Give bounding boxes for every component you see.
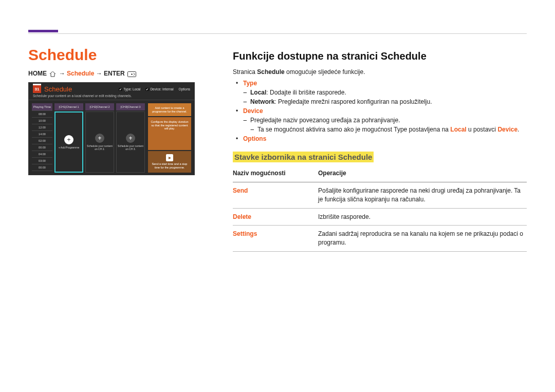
bc-arrow: → (96, 70, 104, 77)
schedule-screenshot: 31 Schedule Type: Local Device: Internal… (28, 82, 195, 175)
item-type-local: Local: Dodajte ili brišite rasporede. (236, 89, 527, 96)
mock-title: Schedule (44, 85, 72, 93)
item-device-note: Ta se mogućnost aktivira samo ako je mog… (236, 126, 527, 133)
table-row: Send Pošaljite konfigurirane rasporede n… (233, 182, 527, 209)
mock-time: 00:00 (32, 164, 52, 171)
page: Schedule HOME → Schedule → ENTER 31 Sche… (28, 46, 527, 252)
left-column: Schedule HOME → Schedule → ENTER 31 Sche… (28, 46, 218, 252)
add-icon: + (64, 135, 73, 144)
table-row: Settings Zadani sadržaj reproducira se n… (233, 226, 527, 252)
mock-ch3-head: [CH3]Channel 3 (116, 103, 145, 110)
mock-ch1-head: [CH1]Channel 1 (54, 103, 83, 110)
mock-ch1-txt: + Add Programme (59, 146, 79, 150)
mock-type: Type: Local (119, 87, 140, 91)
enter-icon (127, 71, 136, 77)
mock-side2: Configure the display duration so that t… (148, 117, 191, 150)
calendar-icon: 31 (33, 85, 41, 93)
svg-point-1 (131, 73, 133, 75)
mock-ch2-txt: Schedule your content on CH 2. (87, 145, 113, 151)
add-icon: + (95, 134, 104, 143)
mock-time: 04:00 (32, 151, 52, 158)
table-row: Delete Izbrišite rasporede. (233, 208, 527, 226)
mock-options: Options (179, 87, 190, 91)
bc-home: HOME (28, 70, 47, 77)
mock-side3-text: Send a start time and a stop time for th… (150, 162, 189, 169)
mock-ch2-head: [CH2]Channel 2 (85, 103, 114, 110)
row-delete-name: Delete (233, 208, 318, 226)
main-heading: Funkcije dostupne na stranici Schedule (233, 50, 527, 62)
header-rule (28, 33, 527, 34)
mock-time: 02:00 (32, 138, 52, 144)
home-icon (49, 71, 56, 77)
mock-ch3-txt: Schedule your content on CH 3. (118, 145, 143, 151)
feature-list: Type Local: Dodajte ili brišite raspored… (236, 80, 527, 142)
mock-time: 08:00 (32, 111, 52, 118)
item-type-network: Network: Pregledajte mrežni raspored kon… (236, 98, 527, 105)
row-settings-desc: Zadani sadržaj reproducira se na kanalu … (318, 226, 527, 252)
mock-time: 03:00 (32, 158, 52, 164)
th-name: Naziv mogućnosti (233, 164, 318, 182)
mock-times-head: Playing Time (32, 103, 52, 111)
item-options: Options (236, 135, 527, 142)
item-device: Device (236, 107, 527, 115)
page-title: Schedule (28, 46, 218, 64)
th-ops: Operacije (318, 164, 527, 182)
mock-subtitle: Schedule your content on a local channel… (29, 93, 194, 100)
bc-enter: ENTER (104, 70, 125, 77)
row-send-desc: Pošaljite konfigurirane rasporede na nek… (318, 182, 527, 209)
item-device-desc: Pregledajte naziv povezanog uređaja za p… (236, 117, 527, 124)
options-table: Naziv mogućnosti Operacije Send Pošaljit… (233, 164, 527, 252)
mock-side1: Add content to create a programme for th… (148, 103, 191, 116)
subheading: Stavke izbornika na stranici Schedule (233, 152, 374, 162)
mock-device: Device: Internal (145, 87, 173, 91)
intro: Stranica Schedule omogućuje sljedeće fun… (233, 67, 527, 77)
item-type: Type (236, 80, 527, 87)
row-delete-desc: Izbrišite rasporede. (318, 208, 527, 226)
mock-time: 10:00 (32, 118, 52, 124)
mock-time: 12:00 (32, 124, 52, 131)
mock-side3: Send a start time and a stop time for th… (148, 151, 191, 173)
right-column: Funkcije dostupne na stranici Schedule S… (233, 46, 527, 252)
add-icon: + (126, 134, 135, 143)
breadcrumb: HOME → Schedule → ENTER (28, 70, 218, 77)
bc-arrow: → (59, 70, 67, 77)
mock-time: 00:00 (32, 144, 52, 151)
mock-time: 14:00 (32, 131, 52, 138)
bc-schedule: Schedule (67, 70, 94, 77)
row-settings-name: Settings (233, 226, 318, 252)
row-send-name: Send (233, 182, 318, 209)
header-accent (28, 30, 58, 32)
